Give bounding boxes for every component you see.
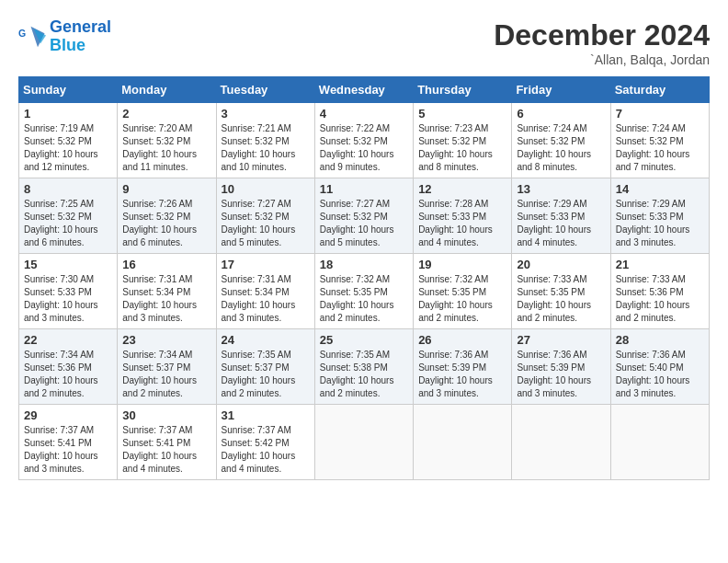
day-number: 22	[24, 333, 112, 347]
calendar-cell: 21Sunrise: 7:33 AM Sunset: 5:36 PM Dayli…	[610, 254, 709, 329]
day-info: Sunrise: 7:24 AM Sunset: 5:32 PM Dayligh…	[517, 122, 605, 174]
day-number: 25	[320, 333, 408, 347]
weekday-header-monday: Monday	[118, 77, 216, 103]
calendar-week-row: 15Sunrise: 7:30 AM Sunset: 5:33 PM Dayli…	[19, 254, 710, 329]
day-number: 15	[24, 258, 112, 271]
day-info: Sunrise: 7:29 AM Sunset: 5:33 PM Dayligh…	[517, 198, 605, 249]
day-info: Sunrise: 7:22 AM Sunset: 5:32 PM Dayligh…	[320, 122, 408, 174]
calendar-cell: 13Sunrise: 7:29 AM Sunset: 5:33 PM Dayli…	[512, 178, 610, 254]
logo: G General Blue	[18, 18, 111, 55]
day-number: 13	[517, 182, 605, 196]
day-number: 6	[517, 107, 605, 121]
calendar-cell	[414, 405, 512, 480]
calendar-cell: 1Sunrise: 7:19 AM Sunset: 5:32 PM Daylig…	[19, 103, 118, 178]
weekday-header-saturday: Saturday	[610, 77, 709, 103]
day-number: 5	[418, 107, 506, 121]
calendar-cell: 23Sunrise: 7:34 AM Sunset: 5:37 PM Dayli…	[118, 329, 216, 405]
month-title: December 2024	[494, 18, 710, 52]
day-number: 11	[320, 182, 408, 196]
day-number: 29	[24, 408, 112, 422]
svg-text:G: G	[18, 28, 26, 39]
location: `Allan, Balqa, Jordan	[494, 52, 710, 67]
day-number: 26	[418, 333, 506, 347]
calendar-cell: 24Sunrise: 7:35 AM Sunset: 5:37 PM Dayli…	[216, 329, 314, 405]
calendar-body: 1Sunrise: 7:19 AM Sunset: 5:32 PM Daylig…	[19, 103, 710, 480]
calendar-cell: 9Sunrise: 7:26 AM Sunset: 5:32 PM Daylig…	[118, 178, 216, 254]
weekday-header-tuesday: Tuesday	[216, 77, 314, 103]
day-number: 24	[222, 333, 310, 347]
calendar-cell	[610, 405, 709, 480]
calendar-cell: 11Sunrise: 7:27 AM Sunset: 5:32 PM Dayli…	[314, 178, 413, 254]
calendar-cell: 2Sunrise: 7:20 AM Sunset: 5:32 PM Daylig…	[118, 103, 216, 178]
weekday-header-sunday: Sunday	[19, 77, 118, 103]
day-info: Sunrise: 7:28 AM Sunset: 5:33 PM Dayligh…	[418, 198, 506, 249]
day-number: 16	[122, 258, 210, 271]
calendar-week-row: 22Sunrise: 7:34 AM Sunset: 5:36 PM Dayli…	[19, 329, 710, 405]
day-number: 9	[122, 182, 210, 196]
calendar-cell: 4Sunrise: 7:22 AM Sunset: 5:32 PM Daylig…	[314, 103, 413, 178]
calendar-cell: 14Sunrise: 7:29 AM Sunset: 5:33 PM Dayli…	[610, 178, 709, 254]
day-info: Sunrise: 7:36 AM Sunset: 5:39 PM Dayligh…	[517, 349, 605, 400]
day-info: Sunrise: 7:35 AM Sunset: 5:37 PM Dayligh…	[222, 349, 310, 400]
logo-text: General Blue	[50, 18, 111, 55]
calendar-cell: 7Sunrise: 7:24 AM Sunset: 5:32 PM Daylig…	[610, 103, 709, 178]
day-info: Sunrise: 7:24 AM Sunset: 5:32 PM Dayligh…	[616, 122, 704, 174]
day-info: Sunrise: 7:30 AM Sunset: 5:33 PM Dayligh…	[24, 273, 112, 325]
day-info: Sunrise: 7:20 AM Sunset: 5:32 PM Dayligh…	[122, 122, 210, 174]
calendar-week-row: 29Sunrise: 7:37 AM Sunset: 5:41 PM Dayli…	[19, 405, 710, 480]
day-info: Sunrise: 7:25 AM Sunset: 5:32 PM Dayligh…	[24, 198, 112, 249]
title-block: December 2024 `Allan, Balqa, Jordan	[494, 18, 710, 67]
calendar-cell: 5Sunrise: 7:23 AM Sunset: 5:32 PM Daylig…	[414, 103, 512, 178]
calendar-week-row: 8Sunrise: 7:25 AM Sunset: 5:32 PM Daylig…	[19, 178, 710, 254]
day-info: Sunrise: 7:31 AM Sunset: 5:34 PM Dayligh…	[122, 273, 210, 325]
weekday-header-wednesday: Wednesday	[314, 77, 413, 103]
day-info: Sunrise: 7:37 AM Sunset: 5:41 PM Dayligh…	[24, 424, 112, 476]
day-info: Sunrise: 7:34 AM Sunset: 5:36 PM Dayligh…	[24, 349, 112, 400]
calendar-cell: 28Sunrise: 7:36 AM Sunset: 5:40 PM Dayli…	[610, 329, 709, 405]
day-number: 19	[418, 258, 506, 271]
calendar-cell	[512, 405, 610, 480]
day-number: 28	[616, 333, 704, 347]
calendar-cell: 26Sunrise: 7:36 AM Sunset: 5:39 PM Dayli…	[414, 329, 512, 405]
day-number: 10	[222, 182, 310, 196]
logo-icon: G	[18, 23, 46, 51]
day-number: 20	[517, 258, 605, 271]
calendar-cell: 31Sunrise: 7:37 AM Sunset: 5:42 PM Dayli…	[216, 405, 314, 480]
day-info: Sunrise: 7:37 AM Sunset: 5:42 PM Dayligh…	[222, 424, 310, 476]
calendar-cell: 17Sunrise: 7:31 AM Sunset: 5:34 PM Dayli…	[216, 254, 314, 329]
calendar-cell: 16Sunrise: 7:31 AM Sunset: 5:34 PM Dayli…	[118, 254, 216, 329]
day-info: Sunrise: 7:36 AM Sunset: 5:39 PM Dayligh…	[418, 349, 506, 400]
calendar-cell: 8Sunrise: 7:25 AM Sunset: 5:32 PM Daylig…	[19, 178, 118, 254]
weekday-header-thursday: Thursday	[414, 77, 512, 103]
day-info: Sunrise: 7:21 AM Sunset: 5:32 PM Dayligh…	[222, 122, 310, 174]
calendar-week-row: 1Sunrise: 7:19 AM Sunset: 5:32 PM Daylig…	[19, 103, 710, 178]
calendar-table: SundayMondayTuesdayWednesdayThursdayFrid…	[18, 76, 710, 480]
day-info: Sunrise: 7:35 AM Sunset: 5:38 PM Dayligh…	[320, 349, 408, 400]
day-info: Sunrise: 7:29 AM Sunset: 5:33 PM Dayligh…	[616, 198, 704, 249]
day-number: 17	[222, 258, 310, 271]
calendar-cell: 6Sunrise: 7:24 AM Sunset: 5:32 PM Daylig…	[512, 103, 610, 178]
day-info: Sunrise: 7:33 AM Sunset: 5:35 PM Dayligh…	[517, 273, 605, 325]
day-number: 18	[320, 258, 408, 271]
day-info: Sunrise: 7:33 AM Sunset: 5:36 PM Dayligh…	[616, 273, 704, 325]
day-number: 27	[517, 333, 605, 347]
day-number: 31	[222, 408, 310, 422]
day-number: 7	[616, 107, 704, 121]
day-number: 3	[222, 107, 310, 121]
day-number: 30	[122, 408, 210, 422]
calendar-cell: 18Sunrise: 7:32 AM Sunset: 5:35 PM Dayli…	[314, 254, 413, 329]
day-number: 1	[24, 107, 112, 121]
calendar-cell: 15Sunrise: 7:30 AM Sunset: 5:33 PM Dayli…	[19, 254, 118, 329]
weekday-header-friday: Friday	[512, 77, 610, 103]
calendar-cell: 10Sunrise: 7:27 AM Sunset: 5:32 PM Dayli…	[216, 178, 314, 254]
day-info: Sunrise: 7:27 AM Sunset: 5:32 PM Dayligh…	[222, 198, 310, 249]
calendar-cell: 20Sunrise: 7:33 AM Sunset: 5:35 PM Dayli…	[512, 254, 610, 329]
page-header: G General Blue December 2024 `Allan, Bal…	[18, 18, 710, 67]
day-info: Sunrise: 7:32 AM Sunset: 5:35 PM Dayligh…	[320, 273, 408, 325]
day-info: Sunrise: 7:23 AM Sunset: 5:32 PM Dayligh…	[418, 122, 506, 174]
day-number: 2	[122, 107, 210, 121]
day-number: 4	[320, 107, 408, 121]
calendar-cell: 29Sunrise: 7:37 AM Sunset: 5:41 PM Dayli…	[19, 405, 118, 480]
calendar-cell	[314, 405, 413, 480]
calendar-cell: 19Sunrise: 7:32 AM Sunset: 5:35 PM Dayli…	[414, 254, 512, 329]
